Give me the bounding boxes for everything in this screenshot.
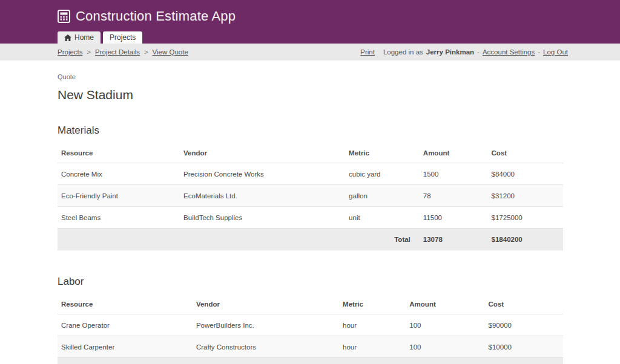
materials-table: Resource Vendor Metric Amount Cost Concr… <box>58 143 563 250</box>
cell-cost: $84000 <box>488 163 563 185</box>
table-header-row: Resource Vendor Metric Amount Cost <box>58 143 563 163</box>
total-cost: $1840200 <box>488 229 563 250</box>
cell-amount: 78 <box>420 185 488 207</box>
column-header: Metric <box>345 143 420 163</box>
app-header: Construction Estimate App Home Projects <box>0 0 620 44</box>
empty-cell <box>180 229 345 250</box>
cell-resource: Concrete Mix <box>58 163 180 185</box>
total-label: Total <box>339 358 406 364</box>
cell-cost: $10000 <box>485 336 563 358</box>
empty-cell <box>58 229 180 250</box>
total-cost: $100000 <box>485 358 563 364</box>
app-title-row: Construction Estimate App <box>0 0 620 24</box>
log-out-link[interactable]: Log Out <box>543 48 568 56</box>
empty-cell <box>58 358 193 364</box>
table-row: Skilled Carpenter Crafty Constructors ho… <box>58 336 563 358</box>
page-title: New Stadium <box>58 88 563 102</box>
print-link[interactable]: Print <box>360 48 375 56</box>
column-header: Cost <box>488 143 563 163</box>
cell-resource: Skilled Carpenter <box>58 336 193 358</box>
breadcrumb: Projects > Project Details > View Quote <box>58 48 188 56</box>
cell-vendor: Precision Concrete Works <box>180 163 345 185</box>
breadcrumb-view-quote[interactable]: View Quote <box>153 48 188 56</box>
breadcrumb-separator: > <box>87 48 91 56</box>
cell-amount: 11500 <box>420 207 488 229</box>
calculator-icon <box>58 10 70 23</box>
labor-section: Labor Resource Vendor Metric Amount Cost… <box>58 276 563 364</box>
total-row: Total 13078 $1840200 <box>58 229 563 250</box>
cell-metric: cubic yard <box>345 163 420 185</box>
table-header-row: Resource Vendor Metric Amount Cost <box>58 294 563 314</box>
column-header: Cost <box>485 294 563 314</box>
app-title: Construction Estimate App <box>76 8 236 24</box>
materials-heading: Materials <box>58 125 563 137</box>
separator-dash: - <box>538 48 540 56</box>
table-row: Eco-Friendly Paint EcoMaterials Ltd. gal… <box>58 185 563 207</box>
labor-table: Resource Vendor Metric Amount Cost Crane… <box>58 294 563 364</box>
breadcrumb-projects[interactable]: Projects <box>58 48 83 56</box>
column-header: Metric <box>339 294 406 314</box>
account-settings-link[interactable]: Account Settings <box>483 48 535 56</box>
column-header: Amount <box>406 294 484 314</box>
total-amount: 13078 <box>420 229 488 250</box>
quote-page: Quote New Stadium Materials Resource Ven… <box>0 60 620 364</box>
cell-metric: hour <box>339 314 406 336</box>
column-header: Amount <box>420 143 488 163</box>
cell-vendor: BuildTech Supplies <box>180 207 345 229</box>
total-label: Total <box>345 229 420 250</box>
user-name: Jerry Pinkman <box>426 48 474 56</box>
tab-projects[interactable]: Projects <box>103 31 142 44</box>
table-row: Steel Beams BuildTech Supplies unit 1150… <box>58 207 563 229</box>
main-nav: Home Projects <box>58 31 142 44</box>
column-header: Vendor <box>180 143 345 163</box>
logged-in-text: Logged in as <box>383 48 423 56</box>
cell-amount: 100 <box>406 336 484 358</box>
tab-home[interactable]: Home <box>58 31 101 44</box>
tab-home-label: Home <box>74 33 94 42</box>
cell-cost: $1725000 <box>488 207 563 229</box>
session-controls: Print Logged in as Jerry Pinkman - Accou… <box>360 48 568 56</box>
tab-projects-label: Projects <box>110 33 136 42</box>
table-row: Crane Operator PowerBuilders Inc. hour 1… <box>58 314 563 336</box>
column-header: Resource <box>58 143 180 163</box>
cell-cost: $31200 <box>488 185 563 207</box>
total-row: Total 200 $100000 <box>58 358 563 364</box>
cell-resource: Eco-Friendly Paint <box>58 185 180 207</box>
cell-cost: $90000 <box>485 314 563 336</box>
cell-amount: 100 <box>406 314 484 336</box>
breadcrumb-project-details[interactable]: Project Details <box>95 48 140 56</box>
materials-section: Materials Resource Vendor Metric Amount … <box>58 125 563 250</box>
cell-vendor: EcoMaterials Ltd. <box>180 185 345 207</box>
cell-metric: unit <box>345 207 420 229</box>
cell-vendor: Crafty Constructors <box>193 336 339 358</box>
column-header: Vendor <box>193 294 339 314</box>
total-amount: 200 <box>406 358 484 364</box>
page-eyebrow: Quote <box>58 73 563 80</box>
column-header: Resource <box>58 294 193 314</box>
home-icon <box>64 34 71 41</box>
breadcrumb-separator: > <box>144 48 148 56</box>
empty-cell <box>193 358 339 364</box>
cell-resource: Steel Beams <box>58 207 180 229</box>
labor-heading: Labor <box>58 276 563 288</box>
cell-amount: 1500 <box>420 163 488 185</box>
cell-metric: gallon <box>345 185 420 207</box>
separator-dash: - <box>477 48 480 56</box>
cell-resource: Crane Operator <box>58 314 193 336</box>
cell-metric: hour <box>339 336 406 358</box>
breadcrumb-bar: Projects > Project Details > View Quote … <box>0 44 620 60</box>
cell-vendor: PowerBuilders Inc. <box>193 314 339 336</box>
table-row: Concrete Mix Precision Concrete Works cu… <box>58 163 563 185</box>
